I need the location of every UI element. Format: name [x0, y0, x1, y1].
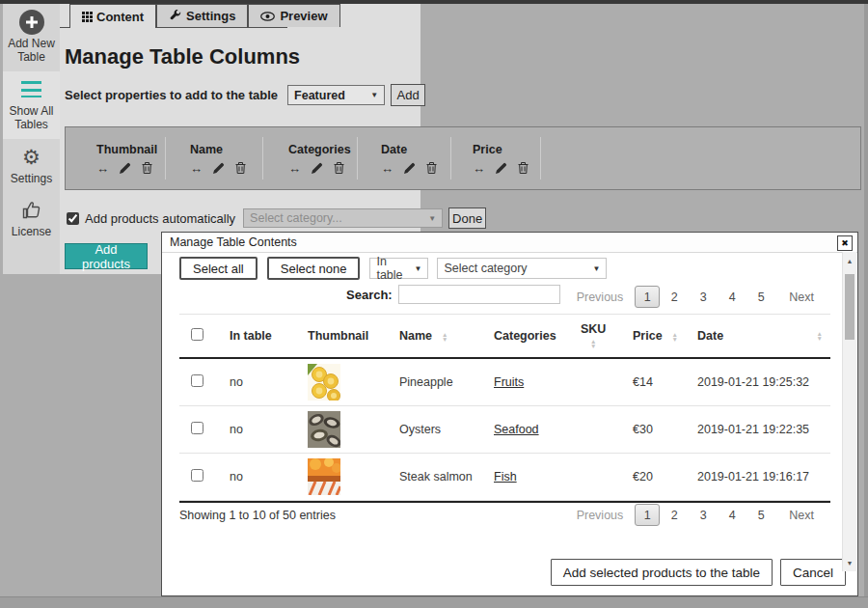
category-link[interactable]: Seafood: [494, 423, 539, 436]
add-products-button[interactable]: Add products: [65, 243, 148, 269]
edit-column-icon[interactable]: [496, 162, 507, 174]
tab-content[interactable]: Content: [69, 4, 156, 28]
close-icon[interactable]: ✖: [837, 235, 853, 251]
move-column-icon[interactable]: ↔: [381, 162, 393, 175]
edit-column-icon[interactable]: [404, 162, 416, 174]
pagination-page-5[interactable]: 5: [746, 509, 775, 522]
cell-sku: [569, 454, 621, 501]
scroll-down-icon[interactable]: ▼: [843, 556, 856, 569]
delete-column-icon[interactable]: [142, 162, 152, 174]
table-row: no Pineapple Fruits €: [179, 358, 830, 406]
table-row: no Steak salmon Fish €20 2: [179, 454, 830, 501]
cancel-button[interactable]: Cancel: [780, 559, 846, 586]
cell-sku: [569, 406, 621, 454]
auto-add-label: Add products automatically: [85, 211, 235, 226]
select-all-checkbox[interactable]: [191, 328, 203, 341]
move-column-icon[interactable]: ↔: [473, 162, 485, 175]
pagination-page-2[interactable]: 2: [660, 290, 689, 304]
header-date[interactable]: Date▲▼: [686, 315, 830, 359]
grid-icon: [82, 12, 85, 14]
delete-column-icon[interactable]: [426, 162, 437, 174]
scrollbar-thumb[interactable]: [845, 274, 854, 340]
edit-column-icon[interactable]: [213, 162, 225, 174]
pagination-next[interactable]: Next: [789, 290, 814, 304]
in-table-filter-select[interactable]: In table ▼: [369, 258, 428, 279]
select-none-button[interactable]: Select none: [267, 257, 361, 280]
header-price[interactable]: Price▲▼: [621, 315, 686, 359]
auto-add-category-placeholder: Select category...: [250, 211, 342, 225]
sidebar-item-add-new-table[interactable]: Add New Table: [3, 4, 60, 71]
wrench-icon: [169, 10, 181, 22]
row-checkbox[interactable]: [191, 422, 203, 434]
window-right-edge: [864, 4, 868, 608]
done-button[interactable]: Done: [448, 207, 486, 229]
move-column-icon[interactable]: ↔: [96, 162, 109, 175]
sidebar: Add New Table Show All Tables ⚙ Settings…: [3, 4, 60, 274]
auto-add-checkbox[interactable]: [67, 212, 79, 225]
column-name: Thumbnail: [96, 143, 165, 156]
edit-column-icon[interactable]: [120, 162, 131, 174]
tab-preview[interactable]: Preview: [248, 4, 339, 27]
add-selected-products-button[interactable]: Add selected products to the table: [551, 559, 773, 586]
pagination-previous[interactable]: Previous: [577, 290, 624, 304]
sidebar-item-settings[interactable]: ⚙ Settings: [3, 139, 60, 192]
tab-settings[interactable]: Settings: [156, 4, 248, 27]
cell-name: Pineapple: [388, 358, 482, 406]
row-checkbox[interactable]: [191, 374, 203, 387]
sort-icon[interactable]: ▲▼: [442, 332, 448, 342]
pagination-page-4[interactable]: 4: [718, 509, 746, 522]
sidebar-item-show-all-tables[interactable]: Show All Tables: [3, 71, 60, 139]
delete-column-icon[interactable]: [334, 162, 344, 174]
add-circle-icon: [19, 10, 44, 35]
modal-toolbar: Select all Select none In table ▼ Select…: [179, 257, 607, 280]
pagination-page-1[interactable]: 1: [635, 504, 660, 526]
auto-add-row: Add products automatically Select catego…: [67, 207, 486, 229]
pagination-next[interactable]: Next: [789, 509, 814, 522]
sort-icon[interactable]: ▲▼: [590, 339, 596, 348]
move-column-icon[interactable]: ↔: [190, 162, 203, 175]
delete-column-icon[interactable]: [235, 162, 246, 174]
delete-column-icon[interactable]: [518, 162, 529, 174]
header-sku[interactable]: SKU▲▼: [569, 315, 621, 359]
properties-select[interactable]: Featured ▼: [287, 85, 385, 105]
column-chip-thumbnail: Thumbnail ↔: [66, 137, 166, 180]
cell-name: Steak salmon: [388, 454, 482, 501]
table-header-row: In table Thumbnail Name▲▼ Categories SKU…: [179, 315, 830, 359]
select-all-button[interactable]: Select all: [179, 257, 258, 280]
pagination-page-5[interactable]: 5: [746, 290, 775, 304]
pagination-page-3[interactable]: 3: [689, 290, 718, 304]
sidebar-item-label: License: [12, 225, 51, 238]
move-column-icon[interactable]: ↔: [288, 162, 301, 175]
search-input[interactable]: [398, 285, 560, 304]
category-link[interactable]: Fruits: [494, 375, 524, 389]
header-categories[interactable]: Categories: [482, 315, 569, 359]
auto-add-category-select[interactable]: Select category... ▼: [243, 208, 443, 228]
header-in-table[interactable]: In table: [218, 315, 296, 359]
pagination-previous[interactable]: Previous: [577, 509, 624, 522]
add-column-button[interactable]: Add: [391, 84, 425, 106]
column-name: Date: [381, 143, 450, 156]
pagination-page-4[interactable]: 4: [718, 290, 746, 304]
category-link[interactable]: Fish: [494, 470, 517, 484]
properties-select-value: Featured: [294, 89, 345, 102]
sidebar-item-license[interactable]: License: [3, 192, 60, 245]
scroll-up-icon[interactable]: ▲: [843, 254, 856, 267]
thumbs-up-icon: [22, 201, 41, 219]
column-chip-date: Date ↔: [358, 137, 451, 180]
header-name[interactable]: Name▲▼: [388, 315, 482, 359]
row-checkbox[interactable]: [191, 469, 203, 482]
pagination-page-1[interactable]: 1: [635, 286, 660, 308]
oysters-photo: [308, 411, 340, 448]
pagination-page-2[interactable]: 2: [660, 509, 689, 522]
cell-date: 2019-01-21 19:22:35: [686, 406, 830, 454]
app-window: Add New Table Show All Tables ⚙ Settings…: [0, 0, 868, 608]
modal-scrollbar[interactable]: ▲ ▼: [842, 252, 856, 571]
edit-column-icon[interactable]: [312, 162, 323, 174]
header-thumbnail[interactable]: Thumbnail: [296, 315, 388, 359]
entries-summary: Showing 1 to 10 of 50 entries: [179, 509, 336, 522]
sort-icon[interactable]: ▲▼: [672, 332, 678, 342]
category-filter-select[interactable]: Select category ▼: [437, 258, 607, 279]
pagination-top: Previous 1 2 3 4 5 Next: [577, 286, 814, 308]
sort-icon[interactable]: ▲▼: [817, 331, 823, 341]
pagination-page-3[interactable]: 3: [689, 509, 718, 522]
